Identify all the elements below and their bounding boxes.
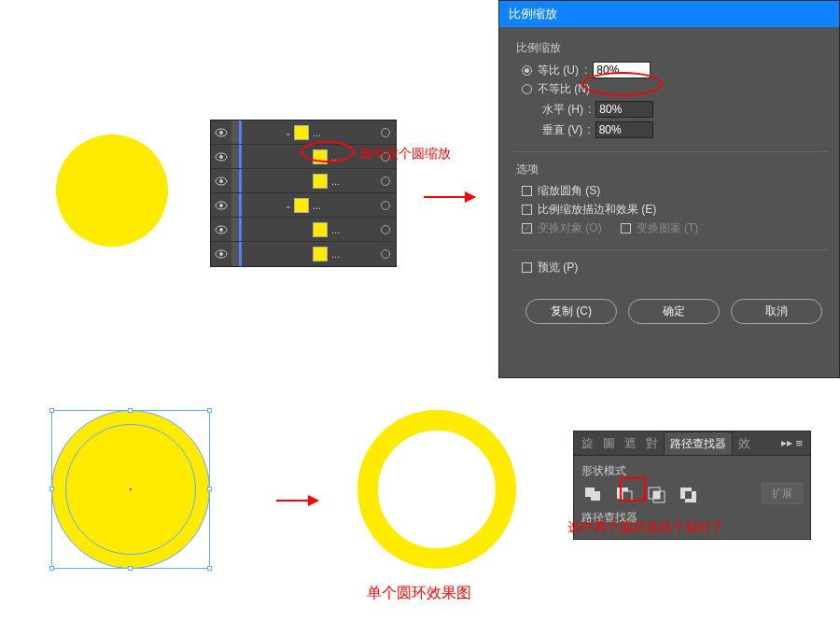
copy-button[interactable]: 复制 (C) [525,299,617,324]
layer-swatch [313,149,328,164]
expand-button[interactable]: 扩展 [762,483,803,504]
preview-row[interactable]: 预览 (P) [522,260,822,276]
panel-tabs: 旋 圖 遮 對 路径查找器 效 ▸▸≡ [574,431,810,456]
checkbox-icon[interactable] [522,262,532,273]
layer-label: ... [331,176,375,187]
target-icon[interactable] [381,225,390,234]
radio-uniform-icon[interactable] [522,65,532,76]
ring-caption: 单个圆环效果图 [367,584,471,603]
yellow-ring [357,410,516,569]
svg-rect-13 [623,491,632,501]
preview-label: 预览 (P) [538,260,578,276]
tab-glyph[interactable]: 圖 [599,431,619,455]
layer-swatch [294,198,309,213]
target-icon[interactable] [381,249,390,259]
layer-row[interactable]: ... [211,169,396,193]
visibility-eye-icon[interactable] [211,152,231,162]
unite-icon[interactable] [581,484,604,504]
radio-nonuniform-row[interactable]: 不等比 (N) [522,81,822,97]
layer-row[interactable]: ⌄ ... [211,193,396,218]
layer-label: ... [313,200,375,211]
vertical-row: 垂直 (V): 80% [542,121,822,138]
svg-point-3 [219,155,223,159]
dialog-title: 比例缩放 [499,1,839,27]
radio-nonuniform-icon[interactable] [522,84,532,94]
concentric-circles-selection[interactable] [51,410,210,569]
svg-point-11 [219,252,223,256]
center-point-icon [130,488,132,490]
visibility-eye-icon[interactable] [211,249,231,259]
tab-pathfinder[interactable]: 路径查找器 [664,431,733,455]
layers-panel: ⌄ ... ... ... ⌄ [210,120,397,267]
horizontal-input[interactable]: 80% [595,101,653,118]
twisty-icon[interactable]: ⌄ [283,128,294,137]
minus-front-icon[interactable] [613,484,636,504]
visibility-eye-icon[interactable] [211,177,231,186]
checkbox-icon[interactable] [522,186,532,196]
checkbox-icon[interactable] [522,205,532,215]
visibility-eye-icon[interactable] [211,225,231,234]
radio-uniform-label: 等比 (U) [538,63,579,78]
svg-rect-19 [685,491,692,499]
svg-point-5 [219,179,223,183]
shape-modes-label: 形状模式 [581,463,803,479]
opt-scale-corners-label: 缩放圆角 (S) [538,183,600,199]
annotation-text: 选中两个圆后选这个就对了 [567,519,724,536]
visibility-eye-icon[interactable] [211,201,231,210]
layer-label: ... [331,224,375,235]
panel-menu-icon[interactable]: ▸▸≡ [777,436,806,450]
opt-scale-corners[interactable]: 缩放圆角 (S) [522,183,822,199]
opt-transform-row: 变换对象 (O) 变换图案 (T) [522,220,822,236]
cancel-button[interactable]: 取消 [731,299,822,324]
selection-handle[interactable] [128,566,133,571]
layer-label: ... [313,127,375,138]
selection-handle[interactable] [128,408,133,413]
tab-glyph[interactable]: 旋 [578,431,597,455]
visibility-eye-icon[interactable] [211,128,231,137]
twisty-icon[interactable]: ⌄ [283,201,294,210]
svg-point-7 [219,204,223,207]
radio-nonuniform-label: 不等比 (N) [538,81,590,97]
selection-handle[interactable] [49,566,54,571]
vertical-label: 垂直 (V) [542,122,582,138]
opt-scale-strokes[interactable]: 比例缩放描边和效果 (E) [522,202,822,218]
exclude-icon[interactable] [677,484,699,504]
opt-transform-pat-label: 变换图案 (T) [637,220,699,236]
selection-handle[interactable] [207,487,212,491]
layer-swatch [313,222,328,237]
vertical-input[interactable]: 80% [595,121,653,138]
target-icon[interactable] [381,128,390,137]
layer-swatch [313,247,328,262]
scale-dialog: 比例缩放 比例缩放 等比 (U) : 80% 不等比 (N) 水平 (H): 8… [498,0,840,378]
horizontal-label: 水平 (H) [542,102,583,118]
tab-glyph[interactable]: 對 [642,431,662,455]
ok-button[interactable]: 确定 [628,299,720,324]
selection-handle[interactable] [207,566,212,571]
layer-row[interactable]: ... [211,218,396,242]
selection-handle[interactable] [207,408,212,413]
layer-label: ... [331,248,375,260]
shape-modes-row: 扩展 [581,483,803,504]
arrow-icon [424,196,475,198]
layer-row[interactable]: ⌄ ... [211,120,396,145]
tab-glyph[interactable]: 遮 [621,431,640,455]
yellow-circle-solid [56,134,168,247]
selection-handle[interactable] [49,487,54,491]
tab-glyph[interactable]: 效 [735,431,754,455]
target-icon[interactable] [381,201,390,210]
group-label-scale: 比例缩放 [516,40,822,56]
opt-scale-strokes-label: 比例缩放描边和效果 (E) [538,202,656,218]
group-label-options: 选项 [516,162,822,177]
opt-transform-obj-label: 变换对象 (O) [538,220,602,236]
target-icon[interactable] [381,177,390,186]
radio-uniform-row[interactable]: 等比 (U) : 80% [522,62,822,78]
uniform-scale-input[interactable]: 80% [593,62,651,78]
layer-swatch [294,125,309,140]
selection-handle[interactable] [49,408,54,413]
svg-point-1 [219,131,223,134]
intersect-icon[interactable] [645,484,667,504]
layer-swatch [313,174,328,189]
svg-point-9 [219,228,223,232]
layer-row[interactable]: ... [211,242,396,266]
horizontal-row: 水平 (H): 80% [542,101,822,118]
